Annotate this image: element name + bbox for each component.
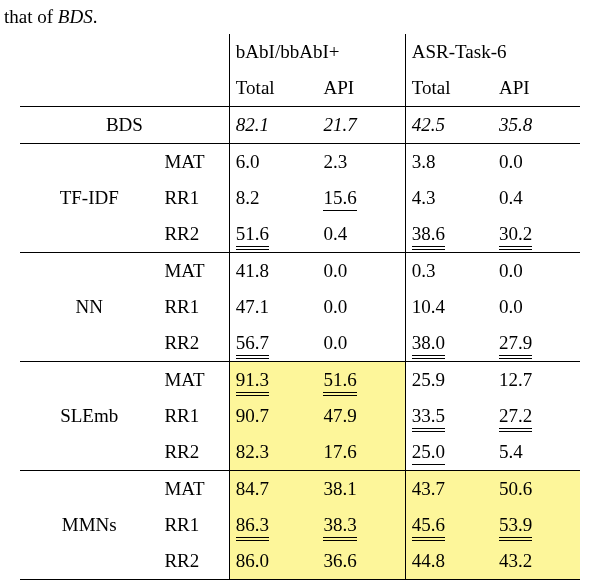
variant-mat: MAT bbox=[158, 471, 229, 508]
cell: 0.3 bbox=[405, 253, 493, 290]
caption-pre: that of bbox=[4, 6, 58, 27]
col-group-1: bAbI/bbAbI+ bbox=[229, 34, 405, 70]
col-group-2: ASR-Task-6 bbox=[405, 34, 580, 70]
cell: 25.9 bbox=[405, 362, 493, 399]
cell: 38.3 bbox=[317, 507, 405, 543]
variant-rr2: RR2 bbox=[158, 325, 229, 362]
caption-post: . bbox=[93, 6, 98, 27]
cell: 56.7 bbox=[229, 325, 317, 362]
row-slemb-mat: SLEmb MAT 91.3 51.6 25.9 12.7 bbox=[20, 362, 580, 399]
model-mmns: MMNs bbox=[20, 471, 158, 580]
model-nn: NN bbox=[20, 253, 158, 362]
variant-mat: MAT bbox=[158, 362, 229, 399]
cell: 4.3 bbox=[405, 180, 493, 216]
cell: 38.1 bbox=[317, 471, 405, 508]
header-row-1: bAbI/bbAbI+ ASR-Task-6 bbox=[20, 34, 580, 70]
cell: 36.6 bbox=[317, 543, 405, 580]
cell: 50.6 bbox=[493, 471, 580, 508]
cell: 43.7 bbox=[405, 471, 493, 508]
cell: 41.8 bbox=[229, 253, 317, 290]
model-bds: BDS bbox=[20, 107, 229, 144]
cell: 51.6 bbox=[229, 216, 317, 253]
col-total-1: Total bbox=[229, 70, 317, 107]
variant-rr2: RR2 bbox=[158, 543, 229, 580]
cell: 27.9 bbox=[493, 325, 580, 362]
cell: 15.6 bbox=[317, 180, 405, 216]
bds-total1: 82.1 bbox=[229, 107, 317, 144]
cell: 53.9 bbox=[493, 507, 580, 543]
cell: 44.8 bbox=[405, 543, 493, 580]
cell: 45.6 bbox=[405, 507, 493, 543]
col-api-2: API bbox=[493, 70, 580, 107]
variant-mat: MAT bbox=[158, 253, 229, 290]
row-bds: BDS 82.1 21.7 42.5 35.8 bbox=[20, 107, 580, 144]
cell: 0.0 bbox=[317, 325, 405, 362]
cell: 51.6 bbox=[317, 362, 405, 399]
cell: 0.0 bbox=[317, 253, 405, 290]
cell: 47.9 bbox=[317, 398, 405, 434]
model-tfidf: TF-IDF bbox=[20, 144, 158, 253]
cell: 0.0 bbox=[317, 289, 405, 325]
variant-rr2: RR2 bbox=[158, 434, 229, 471]
cell: 17.6 bbox=[317, 434, 405, 471]
cell: 30.2 bbox=[493, 216, 580, 253]
cell: 0.0 bbox=[493, 253, 580, 290]
col-total-2: Total bbox=[405, 70, 493, 107]
cell: 38.0 bbox=[405, 325, 493, 362]
results-table: bAbI/bbAbI+ ASR-Task-6 Total API Total A… bbox=[20, 34, 580, 580]
cell: 3.8 bbox=[405, 144, 493, 181]
bds-total2: 42.5 bbox=[405, 107, 493, 144]
variant-rr2: RR2 bbox=[158, 216, 229, 253]
cell: 86.3 bbox=[229, 507, 317, 543]
cell: 27.2 bbox=[493, 398, 580, 434]
cell: 5.4 bbox=[493, 434, 580, 471]
cell: 43.2 bbox=[493, 543, 580, 580]
caption-model: BDS bbox=[58, 6, 93, 27]
cell: 86.0 bbox=[229, 543, 317, 580]
bds-api2: 35.8 bbox=[493, 107, 580, 144]
row-nn-mat: NN MAT 41.8 0.0 0.3 0.0 bbox=[20, 253, 580, 290]
cell: 91.3 bbox=[229, 362, 317, 399]
cell: 0.4 bbox=[493, 180, 580, 216]
cell: 25.0 bbox=[405, 434, 493, 471]
model-slemb: SLEmb bbox=[20, 362, 158, 471]
col-api-1: API bbox=[317, 70, 405, 107]
cell: 10.4 bbox=[405, 289, 493, 325]
cell: 0.4 bbox=[317, 216, 405, 253]
cell: 38.6 bbox=[405, 216, 493, 253]
cell: 33.5 bbox=[405, 398, 493, 434]
cell: 0.0 bbox=[493, 144, 580, 181]
cell: 8.2 bbox=[229, 180, 317, 216]
cell: 12.7 bbox=[493, 362, 580, 399]
cell: 90.7 bbox=[229, 398, 317, 434]
variant-rr1: RR1 bbox=[158, 398, 229, 434]
variant-rr1: RR1 bbox=[158, 507, 229, 543]
cell: 82.3 bbox=[229, 434, 317, 471]
cell: 0.0 bbox=[493, 289, 580, 325]
caption-text: that of BDS. bbox=[4, 6, 97, 28]
cell: 84.7 bbox=[229, 471, 317, 508]
header-row-2: Total API Total API bbox=[20, 70, 580, 107]
row-tfidf-mat: TF-IDF MAT 6.0 2.3 3.8 0.0 bbox=[20, 144, 580, 181]
variant-mat: MAT bbox=[158, 144, 229, 181]
cell: 6.0 bbox=[229, 144, 317, 181]
variant-rr1: RR1 bbox=[158, 289, 229, 325]
row-mmns-mat: MMNs MAT 84.7 38.1 43.7 50.6 bbox=[20, 471, 580, 508]
bds-api1: 21.7 bbox=[317, 107, 405, 144]
variant-rr1: RR1 bbox=[158, 180, 229, 216]
cell: 47.1 bbox=[229, 289, 317, 325]
cell: 2.3 bbox=[317, 144, 405, 181]
